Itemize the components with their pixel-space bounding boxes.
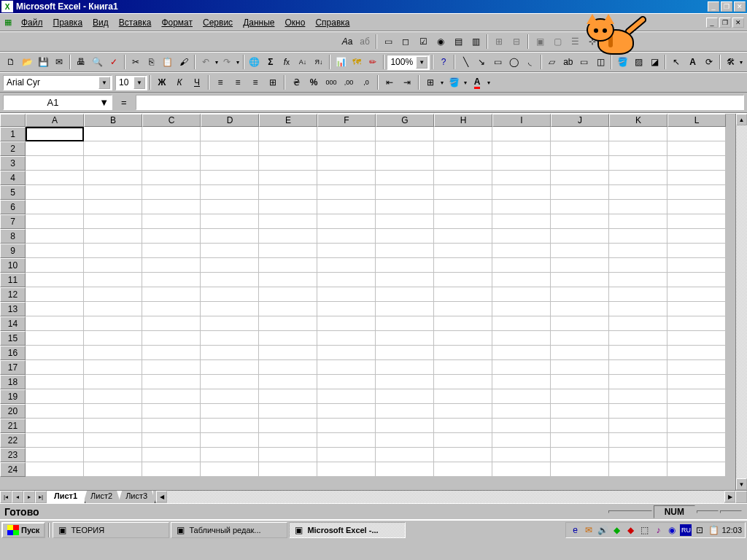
cell[interactable] bbox=[201, 331, 259, 346]
cell[interactable] bbox=[609, 419, 667, 433]
row-header[interactable]: 14 bbox=[0, 316, 26, 331]
cell[interactable] bbox=[26, 156, 84, 171]
column-header[interactable]: L bbox=[667, 114, 726, 127]
cell[interactable] bbox=[26, 258, 84, 273]
row-header[interactable]: 15 bbox=[0, 331, 26, 346]
cell[interactable] bbox=[142, 258, 201, 273]
cell[interactable] bbox=[376, 200, 434, 214]
cell[interactable] bbox=[142, 287, 201, 302]
cell[interactable] bbox=[84, 273, 142, 287]
cell[interactable] bbox=[259, 389, 317, 404]
cell[interactable] bbox=[317, 214, 376, 229]
cell[interactable] bbox=[26, 346, 84, 360]
cell[interactable] bbox=[201, 185, 259, 200]
cell[interactable] bbox=[84, 302, 142, 316]
cell[interactable] bbox=[609, 331, 667, 346]
cell[interactable] bbox=[259, 200, 317, 214]
row-header[interactable]: 17 bbox=[0, 360, 26, 375]
start-button[interactable]: Пуск bbox=[1, 522, 45, 538]
column-header[interactable]: H bbox=[434, 114, 492, 127]
row-header[interactable]: 18 bbox=[0, 375, 26, 389]
cell[interactable] bbox=[142, 141, 201, 156]
decrease-indent-icon[interactable]: ⇤ bbox=[382, 74, 398, 90]
column-header[interactable]: K bbox=[609, 114, 667, 127]
cell[interactable] bbox=[317, 433, 376, 448]
cell[interactable] bbox=[26, 462, 84, 477]
cell[interactable] bbox=[26, 200, 84, 214]
cell[interactable] bbox=[434, 331, 492, 346]
cell[interactable] bbox=[84, 375, 142, 389]
cell[interactable] bbox=[26, 448, 84, 462]
cell[interactable] bbox=[434, 316, 492, 331]
cell[interactable] bbox=[609, 404, 667, 419]
cell[interactable] bbox=[142, 229, 201, 244]
cell[interactable] bbox=[84, 200, 142, 214]
scroll-left-icon[interactable]: ◀ bbox=[156, 491, 167, 502]
chart-wizard-icon[interactable]: 📊 bbox=[333, 54, 348, 70]
cell[interactable] bbox=[84, 389, 142, 404]
cell[interactable] bbox=[142, 375, 201, 389]
scroll-right-icon[interactable]: ▶ bbox=[724, 491, 735, 502]
cell[interactable] bbox=[201, 448, 259, 462]
cell[interactable] bbox=[317, 127, 376, 141]
cell[interactable] bbox=[434, 127, 492, 141]
cell[interactable] bbox=[26, 302, 84, 316]
cell[interactable] bbox=[142, 316, 201, 331]
cell[interactable] bbox=[142, 156, 201, 171]
rotate-icon[interactable]: ⟳ bbox=[702, 54, 716, 70]
checkbox-icon[interactable]: ☑ bbox=[415, 34, 431, 50]
cell[interactable] bbox=[667, 448, 726, 462]
row-header[interactable]: 23 bbox=[0, 448, 26, 462]
redo-icon[interactable]: ↷ bbox=[220, 54, 234, 70]
row-header[interactable]: 9 bbox=[0, 244, 26, 258]
cell[interactable] bbox=[609, 302, 667, 316]
cell[interactable] bbox=[84, 156, 142, 171]
autosum-icon[interactable]: Σ bbox=[263, 54, 278, 70]
spellcheck-icon[interactable]: ✓ bbox=[107, 54, 121, 70]
menu-insert[interactable]: Вставка bbox=[114, 15, 157, 30]
menu-help[interactable]: Справка bbox=[310, 15, 355, 30]
listbox-icon[interactable]: ▤ bbox=[450, 34, 466, 50]
cell[interactable] bbox=[142, 273, 201, 287]
font-icon-A[interactable]: A bbox=[685, 54, 700, 70]
cell[interactable] bbox=[434, 404, 492, 419]
cell[interactable] bbox=[376, 389, 434, 404]
cell[interactable] bbox=[667, 462, 726, 477]
office-assistant[interactable] bbox=[587, 15, 645, 58]
cell[interactable] bbox=[492, 404, 551, 419]
row-header[interactable]: 8 bbox=[0, 229, 26, 244]
horizontal-scrollbar[interactable]: ◀ ▶ bbox=[156, 491, 735, 503]
cell[interactable] bbox=[84, 141, 142, 156]
tools-dropdown[interactable]: ▾ bbox=[739, 59, 744, 66]
cell[interactable] bbox=[609, 185, 667, 200]
cell[interactable] bbox=[551, 302, 609, 316]
cell[interactable] bbox=[667, 244, 726, 258]
cell[interactable] bbox=[492, 375, 551, 389]
doc-restore-button[interactable]: ❐ bbox=[719, 18, 731, 28]
menu-file[interactable]: Файл bbox=[16, 15, 48, 30]
cell[interactable] bbox=[551, 360, 609, 375]
column-header[interactable]: F bbox=[317, 114, 376, 127]
tray-icon-4[interactable]: ♪ bbox=[652, 524, 664, 536]
format-painter-icon[interactable]: 🖌 bbox=[177, 54, 191, 70]
cell[interactable] bbox=[201, 404, 259, 419]
cell[interactable] bbox=[551, 141, 609, 156]
cell[interactable] bbox=[551, 214, 609, 229]
cell[interactable] bbox=[492, 331, 551, 346]
borders-icon[interactable]: ⊞ bbox=[422, 74, 438, 90]
cell[interactable] bbox=[434, 433, 492, 448]
tray-icon-7[interactable]: 📋 bbox=[708, 524, 719, 536]
cell[interactable] bbox=[492, 462, 551, 477]
cell[interactable] bbox=[259, 287, 317, 302]
cell[interactable] bbox=[609, 316, 667, 331]
cell[interactable] bbox=[26, 375, 84, 389]
cell[interactable] bbox=[667, 302, 726, 316]
cell[interactable] bbox=[259, 171, 317, 185]
row-header[interactable]: 24 bbox=[0, 462, 26, 477]
decrease-decimal-icon[interactable]: ,0 bbox=[358, 74, 374, 90]
cell[interactable] bbox=[492, 389, 551, 404]
name-box[interactable]: A1 ▼ bbox=[3, 95, 112, 110]
tray-icon-3[interactable]: ⬚ bbox=[638, 524, 650, 536]
font-size-combo[interactable]: 10 ▼ bbox=[115, 75, 147, 90]
menu-format[interactable]: Формат bbox=[156, 15, 198, 30]
